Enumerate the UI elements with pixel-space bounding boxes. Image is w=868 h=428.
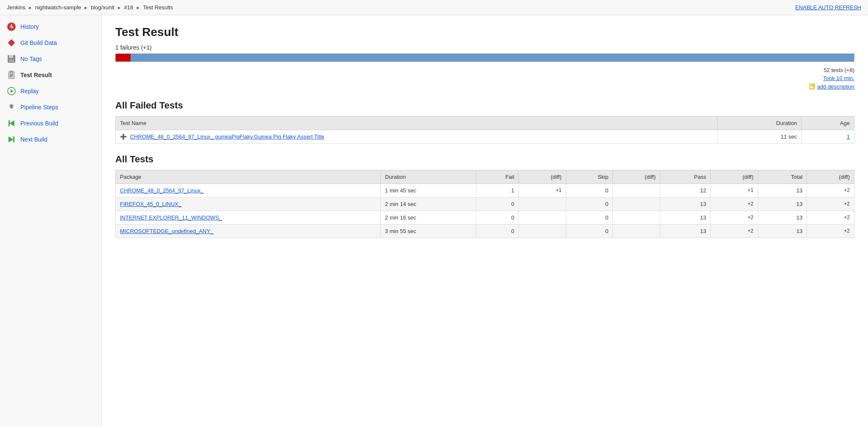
package-pass: 13 [660,211,711,225]
sidebar-item-test-result[interactable]: Test Result [0,67,101,83]
package-pass-diff: +2 [711,197,758,211]
progress-fail-bar [116,54,131,61]
package-name: FIREFOX_45_0_LINUX_ [116,197,381,211]
replay-icon [7,86,16,96]
package-skip: 0 [566,197,612,211]
duration-link[interactable]: Took 10 min. [823,75,854,81]
package-skip-diff [613,184,660,197]
failed-section-title: All Failed Tests [115,100,854,111]
duration-row: Took 10 min. [115,75,854,81]
all-table-header-total: Total [758,170,807,184]
breadcrumb-build-num[interactable]: #18 [124,4,134,11]
sidebar-item-no-tags-label: No Tags [20,56,42,62]
package-duration: 2 min 14 sec [381,197,476,211]
sidebar-item-previous-build-label: Previous Build [20,120,58,127]
sidebar-item-git-build-data[interactable]: Git Build Data [0,35,101,51]
svg-rect-2 [8,39,15,47]
failed-test-link[interactable]: CHROME_48_0_2564_97_Linux_.guineaPigFlak… [130,133,325,140]
add-description-link[interactable]: add description [817,83,854,90]
progress-bar [115,53,854,62]
svg-rect-15 [8,120,10,126]
page-title: Test Result [115,25,854,39]
package-total-diff: +2 [807,197,854,211]
gear-icon [7,103,16,112]
all-table-header-pass: Pass [660,170,711,184]
all-table-header-fail: Fail [476,170,519,184]
package-pass: 13 [660,225,711,238]
main-content: Test Result 1 failures (+1) 52 tests (+8… [102,15,868,426]
breadcrumb-current: Test Results [143,4,173,11]
package-link[interactable]: CHROME_48_0_2564_97_Linux_ [120,187,203,194]
package-duration: 3 min 55 sec [381,225,476,238]
failed-tests-table: Test Name Duration Age ➕ CHROME_48_0_256… [115,116,854,144]
sidebar-item-next-build-label: Next Build [20,136,47,143]
next-build-icon [7,135,16,144]
package-total-diff: +2 [807,184,854,197]
package-pass-diff: +2 [711,211,758,225]
breadcrumb-sep-1: ► [28,5,33,10]
package-link[interactable]: FIREFOX_45_0_LINUX_ [120,201,181,207]
progress-pass-bar [131,54,854,61]
layout: History Git Build Data No Tags [0,15,868,426]
package-fail: 1 [476,184,519,197]
package-fail-diff: +1 [519,184,566,197]
failed-test-name: ➕ CHROME_48_0_2564_97_Linux_.guineaPigFl… [116,130,718,144]
svg-rect-17 [13,136,14,142]
breadcrumb-sep-2: ► [83,5,88,10]
package-pass: 13 [660,197,711,211]
package-fail-diff [519,225,566,238]
sidebar-item-git-label: Git Build Data [20,39,57,46]
edit-icon [809,83,815,90]
svg-marker-16 [8,136,14,142]
package-link[interactable]: MICROSOFTEDGE_undefined_ANY_ [120,228,213,234]
breadcrumb-sep-3: ► [117,5,122,10]
table-row: MICROSOFTEDGE_undefined_ANY_ 3 min 55 se… [116,225,854,238]
svg-rect-21 [810,86,813,87]
sidebar-item-replay[interactable]: Replay [0,83,101,99]
package-link[interactable]: INTERNET EXPLORER_11_WINDOWS_ [120,214,222,221]
prev-build-icon [7,119,16,128]
sidebar: History Git Build Data No Tags [0,15,102,426]
sidebar-item-next-build[interactable]: Next Build [0,131,101,147]
breadcrumb-nightwatch[interactable]: nightwatch-sample [35,4,81,11]
enable-auto-refresh-button[interactable]: ENABLE AUTO REFRESH [795,4,861,11]
package-fail-diff [519,197,566,211]
failed-test-age-link[interactable]: 1 [847,133,850,140]
add-description-row: add description [115,83,854,90]
sidebar-item-history[interactable]: History [0,19,101,35]
package-total-diff: +2 [807,225,854,238]
table-row: FIREFOX_45_0_LINUX_ 2 min 14 sec 0 0 13 … [116,197,854,211]
all-tests-table: Package Duration Fail (diff) Skip (diff)… [115,170,854,238]
package-total: 13 [758,225,807,238]
package-skip: 0 [566,184,612,197]
history-icon [7,22,16,31]
failed-table-header-duration: Duration [718,117,801,130]
package-name: INTERNET EXPLORER_11_WINDOWS_ [116,211,381,225]
svg-marker-12 [11,89,14,93]
package-skip: 0 [566,211,612,225]
sidebar-item-history-label: History [20,23,39,30]
floppy-icon [7,54,16,64]
sidebar-item-replay-label: Replay [20,88,39,94]
failed-table-header-name: Test Name [116,117,718,130]
failed-test-age: 1 [801,130,854,144]
package-total-diff: +2 [807,211,854,225]
all-table-header-package: Package [116,170,381,184]
all-table-header-fail-diff: (diff) [519,170,566,184]
package-duration: 2 min 16 sec [381,211,476,225]
svg-rect-5 [9,59,14,62]
breadcrumb-jenkins[interactable]: Jenkins [7,4,25,11]
sidebar-item-no-tags[interactable]: No Tags [0,51,101,67]
package-duration: 1 min 45 sec [381,184,476,197]
sidebar-item-pipeline-steps[interactable]: Pipeline Steps [0,99,101,115]
package-fail: 0 [476,211,519,225]
sidebar-item-previous-build[interactable]: Previous Build [0,115,101,131]
package-pass-diff: +1 [711,184,758,197]
tests-count: 52 tests (+8) [115,67,854,73]
all-tests-section-title: All Tests [115,154,854,165]
package-pass-diff: +2 [711,225,758,238]
breadcrumb-sep-4: ► [136,5,141,10]
breadcrumb-blog-xunit[interactable]: blog/xunit [91,4,114,11]
all-table-header-duration: Duration [381,170,476,184]
package-skip-diff [613,197,660,211]
